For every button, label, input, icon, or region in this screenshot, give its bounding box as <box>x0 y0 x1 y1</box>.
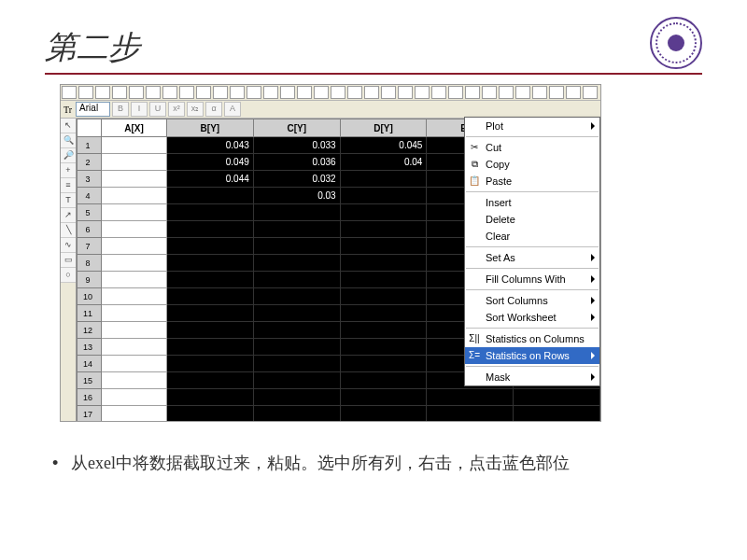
column-header-b[interactable]: B[Y] <box>167 119 254 137</box>
zoom-out-tool-icon[interactable]: 🔎 <box>61 148 76 163</box>
cell[interactable] <box>340 188 427 204</box>
cell[interactable]: 0.043 <box>167 137 254 154</box>
bullet-icon: • <box>52 454 58 473</box>
row-header[interactable]: 2 <box>78 154 102 171</box>
row-header[interactable]: 13 <box>78 339 102 356</box>
sigma-rows-icon: Σ= <box>468 349 481 362</box>
menu-mask[interactable]: Mask <box>465 369 599 385</box>
menu-stats-rows[interactable]: Σ=Statistics on Rows <box>465 347 599 364</box>
row-header[interactable]: 12 <box>78 322 102 339</box>
font-select[interactable]: Arial <box>76 102 110 117</box>
row-header[interactable]: 14 <box>78 356 102 372</box>
toolbar-row-1 <box>61 85 600 101</box>
row-header[interactable]: 9 <box>78 272 102 288</box>
menu-cut[interactable]: ✂Cut <box>465 139 599 156</box>
style-button[interactable]: A <box>224 102 241 117</box>
italic-button[interactable]: I <box>131 102 148 117</box>
zoom-tool-icon[interactable]: 🔍 <box>61 133 76 148</box>
circle-tool-icon[interactable]: ○ <box>61 268 76 283</box>
left-tool-palette: ↖ 🔍 🔎 + ≡ T ↗ ╲ ∿ ▭ ○ <box>61 119 77 422</box>
superscript-button[interactable]: x² <box>168 102 185 117</box>
caption-text: 从exel中将数据截取过来，粘贴。选中所有列，右击，点击蓝色部位 <box>71 452 570 474</box>
sigma-cols-icon: Σ|| <box>468 332 481 345</box>
bold-button[interactable]: B <box>112 102 129 117</box>
menu-stats-columns[interactable]: Σ||Statistics on Columns <box>465 330 599 347</box>
menu-copy[interactable]: ⧉Copy <box>465 156 599 173</box>
cell[interactable]: 0.044 <box>167 171 254 188</box>
row-header[interactable]: 17 <box>78 406 102 423</box>
cell[interactable]: 0.049 <box>167 154 254 171</box>
cell[interactable]: 0.045 <box>340 137 427 154</box>
menu-set-as[interactable]: Set As <box>465 249 599 266</box>
curve-tool-icon[interactable]: ∿ <box>61 238 76 253</box>
paste-icon: 📋 <box>468 175 481 188</box>
crosshair-tool-icon[interactable]: + <box>61 163 76 178</box>
row-header[interactable]: 16 <box>78 389 102 406</box>
rect-tool-icon[interactable]: ▭ <box>61 253 76 268</box>
corner-cell[interactable] <box>78 119 102 137</box>
row-header[interactable]: 8 <box>78 255 102 272</box>
menu-sort-columns[interactable]: Sort Columns <box>465 292 599 309</box>
context-menu: Plot ✂Cut ⧉Copy 📋Paste Insert Delete Cle… <box>464 117 600 386</box>
cut-icon: ✂ <box>468 141 481 154</box>
cell[interactable]: 0.033 <box>253 137 340 154</box>
row-header[interactable]: 10 <box>78 288 102 305</box>
cell[interactable]: 0.036 <box>253 154 340 171</box>
slide-title: 第二步 <box>45 26 140 69</box>
cell[interactable]: 0.032 <box>253 171 340 188</box>
menu-delete[interactable]: Delete <box>465 211 599 228</box>
menu-plot[interactable]: Plot <box>465 118 599 134</box>
pointer-tool-icon[interactable]: ↖ <box>61 119 76 133</box>
menu-paste[interactable]: 📋Paste <box>465 173 599 189</box>
row-header[interactable]: 11 <box>78 305 102 322</box>
column-header-d[interactable]: D[Y] <box>340 119 427 137</box>
cell[interactable] <box>167 188 254 204</box>
cell[interactable]: 0.03 <box>253 188 340 204</box>
arrow-tool-icon[interactable]: ↗ <box>61 208 76 223</box>
menu-sort-worksheet[interactable]: Sort Worksheet <box>465 309 599 326</box>
greek-button[interactable]: α <box>205 102 222 117</box>
row-header[interactable]: 4 <box>78 188 102 204</box>
row-header[interactable]: 6 <box>78 221 102 238</box>
subscript-button[interactable]: x₂ <box>187 102 204 117</box>
origin-screenshot: Tr Arial B I U x² x₂ α A ↖ 🔍 🔎 + ≡ T ↗ ╲… <box>60 84 601 422</box>
line-tool-icon[interactable]: ╲ <box>61 223 76 238</box>
title-divider <box>45 73 702 75</box>
cell[interactable]: 0.04 <box>340 154 427 171</box>
column-header-a[interactable]: A[X] <box>102 119 167 137</box>
reader-tool-icon[interactable]: ≡ <box>61 178 76 193</box>
text-tool-icon[interactable]: T <box>61 193 76 208</box>
menu-clear[interactable]: Clear <box>465 228 599 245</box>
column-header-c[interactable]: C[Y] <box>253 119 340 137</box>
university-seal <box>650 17 702 69</box>
underline-button[interactable]: U <box>149 102 166 117</box>
row-header[interactable]: 7 <box>78 238 102 255</box>
font-indicator-icon: Tr <box>63 105 72 115</box>
cell[interactable] <box>340 171 427 188</box>
row-header[interactable]: 1 <box>78 137 102 154</box>
menu-insert[interactable]: Insert <box>465 194 599 211</box>
row-header[interactable]: 15 <box>78 372 102 389</box>
row-header[interactable]: 5 <box>78 204 102 221</box>
row-header[interactable]: 3 <box>78 171 102 188</box>
copy-icon: ⧉ <box>468 158 481 171</box>
menu-fill-columns[interactable]: Fill Columns With <box>465 271 599 287</box>
